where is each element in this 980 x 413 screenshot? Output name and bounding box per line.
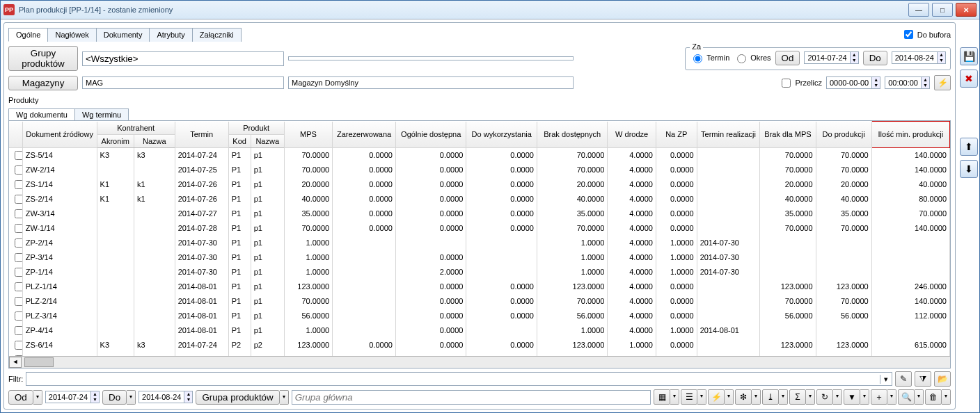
grupa-glowna-field[interactable]	[292, 390, 651, 405]
grupa-produktow-button[interactable]: Grupa produktów▾	[196, 390, 288, 405]
lightning-icon-button[interactable]: ⚡	[934, 75, 951, 90]
list-icon-button[interactable]: ☰▾	[681, 389, 706, 405]
col-akronim[interactable]: Akronim	[97, 134, 134, 147]
dropdown-icon[interactable]: ▾	[915, 389, 924, 405]
row-checkbox[interactable]	[15, 165, 22, 175]
table-row[interactable]: PLZ-3/142014-08-01P1p156.00000.00000.000…	[9, 309, 950, 323]
trash-icon-button[interactable]: 🗑▾	[925, 389, 951, 405]
row-checkbox[interactable]	[15, 224, 22, 233]
grid-icon[interactable]: ▦	[654, 389, 670, 405]
row-checkbox[interactable]	[15, 311, 22, 321]
za-od-button[interactable]: Od	[775, 51, 800, 65]
table-row[interactable]: ZS-1/14K1k12014-07-26P1p120.00000.00000.…	[9, 177, 950, 192]
lightning-icon-button[interactable]: ⚡▾	[708, 389, 734, 405]
dropdown-icon[interactable]: ▾	[806, 389, 815, 405]
export-up-icon[interactable]: ⬆	[960, 138, 978, 156]
save-icon[interactable]: 💾	[960, 47, 978, 65]
dropdown-icon[interactable]: ▾	[752, 389, 761, 405]
col-dowyk[interactable]: Do wykorzystania	[466, 122, 537, 148]
row-checkbox[interactable]	[15, 151, 22, 160]
refresh-icon-button[interactable]: ↻▾	[816, 389, 842, 405]
do-bufora-checkbox[interactable]: Do bufora	[901, 28, 951, 41]
leaf-icon[interactable]: ❇	[735, 389, 752, 405]
przelicz-time[interactable]: 00:00:00▲▼	[885, 76, 930, 89]
table-row[interactable]: ZP-4/142014-08-01P1p11.00000.00001.00004…	[9, 323, 950, 338]
filter-open-icon[interactable]: 📂	[934, 371, 951, 387]
row-checkbox[interactable]	[15, 253, 22, 262]
list-icon[interactable]: ☰	[681, 389, 697, 405]
row-checkbox[interactable]	[15, 180, 22, 189]
table-row[interactable]: ZP-2/142014-07-30P1p11.00001.00004.00001…	[9, 236, 950, 250]
table-row[interactable]: PLZ-1/142014-08-01P1p1123.00000.00000.00…	[9, 280, 950, 294]
tab-wg-dokumentu[interactable]: Wg dokumentu	[8, 108, 75, 120]
col-check[interactable]	[9, 122, 22, 148]
col-produkt[interactable]: Produkt	[228, 122, 284, 135]
dropdown-icon[interactable]: ▾	[697, 389, 706, 405]
row-checkbox[interactable]	[15, 238, 22, 248]
row-checkbox[interactable]	[15, 326, 22, 335]
magazyny-button[interactable]: Magazyny	[8, 76, 78, 90]
filter-funnel-icon[interactable]: ⧩	[915, 371, 931, 387]
dropdown-icon[interactable]: ▾	[779, 389, 788, 405]
magnify-icon-button[interactable]: 🔍▾	[898, 389, 924, 405]
za-date-to[interactable]: 2014-08-24▲▼	[892, 51, 946, 64]
col-termin[interactable]: Termin	[175, 122, 228, 148]
groups-extra-field[interactable]	[288, 56, 574, 60]
col-mps[interactable]: MPS	[284, 122, 332, 148]
termin-radio[interactable]: Termin	[690, 52, 729, 63]
do-bufora-input[interactable]	[904, 30, 913, 39]
dropdown-icon[interactable]: ▾	[887, 389, 896, 405]
bottom-date-from[interactable]: 2014-07-24▲▼	[45, 391, 100, 403]
plus-icon[interactable]: ＋	[871, 389, 887, 405]
magnify-icon[interactable]: 🔍	[898, 389, 915, 405]
table-row[interactable]: ZP-1/142014-07-30P1p11.00002.00001.00004…	[9, 265, 950, 280]
arrow-down-icon-button[interactable]: ▼▾	[844, 389, 869, 405]
grid-icon-button[interactable]: ▦▾	[654, 389, 679, 405]
table-row[interactable]: ZP-3/142014-07-30P1p11.00000.00001.00004…	[9, 250, 950, 265]
close-button[interactable]: ✕	[956, 3, 977, 17]
cancel-icon[interactable]: ✖	[960, 70, 978, 88]
filter-edit-icon[interactable]: ✎	[895, 371, 912, 387]
przelicz-date[interactable]: 0000-00-00▲▼	[826, 76, 880, 89]
col-kod[interactable]: Kod	[228, 134, 251, 147]
magazyn-name[interactable]: Magazyn Domyślny	[288, 76, 574, 89]
tab-ogolne[interactable]: Ogólne	[8, 28, 48, 42]
import-icon[interactable]: ⤓	[762, 389, 779, 405]
trash-icon[interactable]: 🗑	[925, 389, 942, 405]
col-iloscmin[interactable]: Ilość min. produkcji	[871, 122, 949, 148]
magazyn-code[interactable]: MAG	[82, 76, 284, 89]
col-dokument[interactable]: Dokument źródłowy	[22, 122, 97, 148]
groups-button[interactable]: Grupy produktów	[8, 46, 78, 71]
col-brak[interactable]: Brak dostępnych	[537, 122, 607, 148]
przelicz-checkbox[interactable]: Przelicz	[779, 76, 822, 90]
row-checkbox[interactable]	[15, 209, 22, 218]
table-row[interactable]: ZS-5/14K3k32014-07-24P1p170.00000.00000.…	[9, 147, 950, 163]
table-row[interactable]: ZW-1/142014-07-28P1p170.00000.00000.0000…	[9, 221, 950, 236]
col-brakmps[interactable]: Brak dla MPS	[760, 122, 816, 148]
leaf-icon-button[interactable]: ❇▾	[735, 389, 761, 405]
bottom-do-button[interactable]: Do▾	[102, 390, 136, 405]
groups-field[interactable]	[82, 51, 284, 66]
sum-icon[interactable]: Σ	[789, 389, 806, 405]
row-checkbox[interactable]	[15, 297, 22, 306]
col-nazwa-p[interactable]: Nazwa	[251, 134, 284, 147]
lightning-icon[interactable]: ⚡	[708, 389, 725, 405]
export-down-icon[interactable]: ⬇	[960, 160, 978, 178]
bottom-od-button[interactable]: Od▾	[8, 390, 42, 405]
import-icon-button[interactable]: ⤓▾	[762, 389, 788, 405]
sum-icon-button[interactable]: Σ▾	[789, 389, 815, 405]
za-date-from[interactable]: 2014-07-24▲▼	[804, 51, 858, 64]
scroll-left-icon[interactable]: ◄	[9, 357, 22, 368]
dropdown-icon[interactable]: ▾	[670, 389, 679, 405]
row-checkbox[interactable]	[15, 282, 22, 291]
table-row[interactable]: ZW-2/142014-07-25P1p170.00000.00000.0000…	[9, 163, 950, 177]
col-kontrahent[interactable]: Kontrahent	[97, 122, 175, 135]
row-checkbox[interactable]	[15, 195, 22, 204]
plus-icon-button[interactable]: ＋▾	[871, 389, 896, 405]
scroll-thumb[interactable]	[24, 357, 54, 367]
tab-naglowek[interactable]: Nagłówek	[47, 28, 96, 42]
horizontal-scrollbar[interactable]: ◄	[9, 356, 950, 368]
table-row[interactable]: ZS-2/14K1k12014-07-26P1p140.00000.00000.…	[9, 192, 950, 206]
col-nazp[interactable]: Na ZP	[656, 122, 697, 148]
table-row[interactable]: ZW-3/142014-07-27P1p135.00000.00000.0000…	[9, 206, 950, 221]
